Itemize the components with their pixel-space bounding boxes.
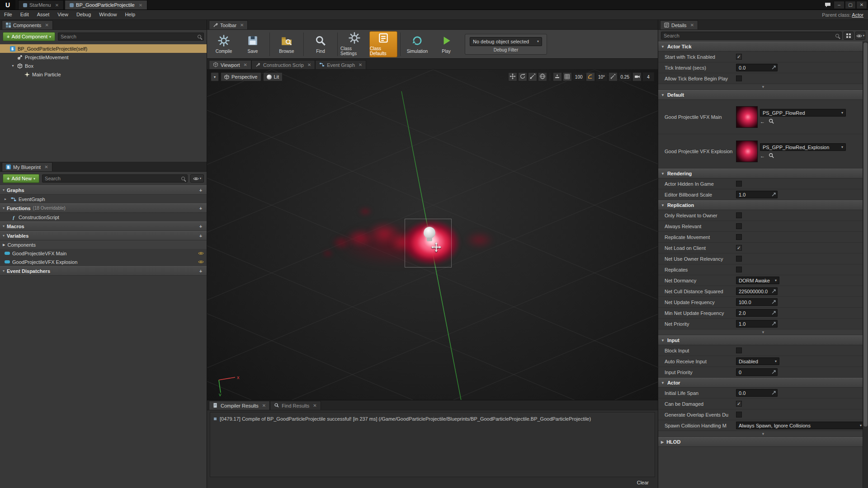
expander-icon[interactable]: ▾ [11, 64, 15, 68]
category-event-dispatchers[interactable]: ▾Event Dispatchers+ [0, 266, 207, 276]
tab-components[interactable]: Components ✕ [2, 20, 53, 29]
number-field-initial-life-span[interactable]: 0.0 [736, 389, 778, 397]
chevron-down-icon[interactable]: ▼ [661, 338, 665, 343]
lit-mode-button[interactable]: Lit [263, 72, 283, 81]
simulation-button[interactable]: Simulation [403, 31, 431, 57]
checkbox-replicates[interactable] [736, 267, 742, 272]
section-expander[interactable]: ▼ [658, 329, 868, 335]
reset-arrow-icon[interactable] [772, 321, 776, 327]
reset-arrow-icon[interactable] [772, 289, 776, 294]
surface-snap-button[interactable] [553, 72, 562, 81]
add-macros-icon[interactable]: + [198, 224, 204, 229]
close-tab-icon[interactable]: ✕ [139, 3, 142, 8]
menu-view[interactable]: View [53, 10, 72, 19]
chevron-down-icon[interactable]: ▼ [661, 172, 665, 176]
variable-goodprojectilevfx-main[interactable]: GoodProjectileVFX Main [0, 249, 207, 258]
chevron-right-icon[interactable]: ▶ [661, 440, 664, 444]
find-button[interactable]: Find [307, 31, 335, 57]
asset-tab-bp-goodparticleprojectile[interactable]: BP_GoodParticleProjectile✕ [65, 0, 147, 9]
checkbox-start-with-tick-enabled[interactable]: ✓ [736, 54, 742, 60]
camera-speed-value[interactable]: 4 [642, 72, 654, 81]
close-tab-icon[interactable]: ✕ [690, 23, 694, 28]
minimize-button[interactable]: – [834, 1, 844, 9]
chevron-down-icon[interactable]: ▾ [3, 224, 5, 228]
chevron-down-icon[interactable]: ▾ [3, 269, 5, 273]
number-field-net-update-frequency[interactable]: 100.0 [736, 298, 778, 306]
tab-toolbar[interactable]: Toolbar ✕ [209, 20, 248, 29]
menu-debug[interactable]: Debug [72, 10, 95, 19]
checkbox-block-input[interactable] [736, 347, 742, 353]
section-input[interactable]: ▼Input [658, 335, 868, 345]
checkbox-net-load-on-client[interactable]: ✓ [736, 245, 742, 251]
scale-snap-value[interactable]: 0.25 [618, 72, 632, 81]
tab-my-blueprint[interactable]: My Blueprint ✕ [2, 162, 52, 171]
add-variables-icon[interactable]: + [198, 233, 204, 239]
menu-edit[interactable]: Edit [16, 10, 33, 19]
reset-arrow-icon[interactable] [772, 310, 776, 316]
menu-window[interactable]: Window [95, 10, 121, 19]
close-tab-icon[interactable]: ✕ [307, 62, 311, 67]
number-field-net-cull-distance-squared[interactable]: 225000000.0 [736, 287, 778, 295]
add-graphs-icon[interactable]: + [198, 188, 204, 193]
section-hlod[interactable]: ▶HLOD [658, 437, 868, 447]
add-functions-icon[interactable]: + [198, 206, 204, 211]
browse-to-asset-icon[interactable] [769, 153, 774, 159]
section-expander[interactable]: ▼ [658, 84, 868, 90]
asset-thumbnail-ps-gpp-flowred[interactable] [736, 106, 758, 128]
section-replication[interactable]: ▼Replication [658, 200, 868, 210]
chevron-down-icon[interactable]: ▾ [3, 206, 5, 210]
item-constructionscript[interactable]: fConstructionScript [0, 213, 207, 221]
dropdown-spawn-collision-handling-m[interactable]: Always Spawn, Ignore Collisions▾ [736, 422, 864, 429]
close-tab-icon[interactable]: ✕ [240, 23, 244, 28]
component-bp-goodparticleprojectile-self[interactable]: BP_GoodParticleProjectile(self) [0, 44, 207, 53]
close-tab-icon[interactable]: ✕ [262, 403, 266, 408]
rotation-snap-button[interactable] [586, 72, 595, 81]
asset-thumbnail-ps-gpp-flowred-explosion[interactable] [736, 141, 758, 162]
category-graphs[interactable]: ▾Graphs+ [0, 185, 207, 195]
instance-editable-eye-icon[interactable] [198, 251, 204, 256]
number-field-tick-interval-secs[interactable]: 0.0 [736, 64, 778, 71]
class-settings-button[interactable]: Class Settings [340, 31, 368, 57]
close-tab-icon[interactable]: ✕ [313, 403, 316, 408]
reset-arrow-icon[interactable] [772, 370, 776, 375]
menu-asset[interactable]: Asset [33, 10, 54, 19]
save-button[interactable]: Save [239, 31, 267, 57]
tab-event-graph[interactable]: Event Graph✕ [315, 60, 366, 69]
number-field-min-net-update-frequency[interactable]: 2.0 [736, 309, 778, 317]
perspective-button[interactable]: Perspective [221, 72, 261, 81]
section-expander[interactable]: ▼ [658, 431, 868, 437]
item-eventgraph[interactable]: ▸EventGraph [0, 195, 207, 203]
scale-snap-button[interactable] [609, 72, 618, 81]
viewport-options-button[interactable]: ▾ [211, 72, 219, 81]
chevron-down-icon[interactable]: ▼ [661, 45, 665, 49]
debug-object-dropdown[interactable]: No debug object selected▾ [470, 37, 542, 46]
close-tab-icon[interactable]: ✕ [44, 164, 48, 169]
component-projectilemovement[interactable]: ProjectileMovement [0, 53, 207, 61]
use-selected-arrow-icon[interactable]: ← [760, 119, 765, 124]
category-functions[interactable]: ▾Functions(18 Overridable)+ [0, 203, 207, 213]
components-search-input[interactable]: Search [58, 33, 204, 41]
tab-construction-scrip[interactable]: Construction Scrip✕ [251, 60, 315, 69]
dropdown-auto-receive-input[interactable]: Disabled▾ [736, 357, 779, 365]
checkbox-always-relevant[interactable] [736, 223, 742, 229]
close-tab-icon[interactable]: ✕ [45, 23, 48, 28]
light-bulb-sprite[interactable] [424, 227, 435, 239]
chevron-down-icon[interactable]: ▼ [661, 203, 665, 207]
close-button[interactable]: ✕ [856, 1, 867, 9]
checkbox-can-be-damaged[interactable]: ✓ [736, 401, 742, 407]
section-actor[interactable]: ▼Actor [658, 378, 868, 388]
my-blueprint-search-input[interactable]: Search [42, 174, 188, 183]
reset-arrow-icon[interactable] [772, 65, 776, 70]
menu-help[interactable]: Help [121, 10, 139, 19]
number-field-input-priority[interactable]: 0 [736, 368, 778, 376]
use-selected-arrow-icon[interactable]: ← [760, 153, 765, 159]
number-field-net-priority[interactable]: 1.0 [736, 320, 778, 328]
chevron-down-icon[interactable]: ▾ [3, 188, 5, 192]
scale-tool-button[interactable] [528, 72, 537, 81]
menu-file[interactable]: File [0, 10, 16, 19]
expander-icon[interactable]: ▸ [5, 197, 9, 201]
clear-button[interactable]: Clear [633, 479, 652, 486]
section-rendering[interactable]: ▼Rendering [658, 169, 868, 178]
rotation-snap-value[interactable]: 10° [596, 72, 608, 81]
grid-snap-value[interactable]: 100 [573, 72, 585, 81]
